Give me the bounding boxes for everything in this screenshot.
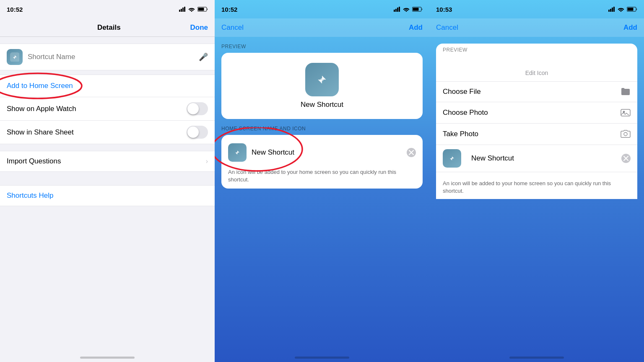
shortcuts-preview-icon-2 bbox=[312, 70, 332, 90]
camera-icon bbox=[621, 129, 631, 139]
battery-icon-3 bbox=[627, 7, 637, 12]
status-time-2: 10:52 bbox=[221, 6, 237, 13]
home-bar-2 bbox=[295, 357, 349, 359]
wifi-icon-1 bbox=[188, 7, 195, 12]
svg-point-16 bbox=[236, 152, 238, 153]
svg-rect-19 bbox=[610, 9, 611, 12]
apple-watch-label: Show on Apple Watch bbox=[7, 105, 76, 113]
add-button-2[interactable]: Add bbox=[409, 23, 423, 32]
hint-text-2: An icon will be added to your home scree… bbox=[228, 168, 416, 184]
shortcut-icon-box[interactable] bbox=[7, 49, 23, 65]
share-sheet-label: Show in Share Sheet bbox=[7, 128, 74, 137]
share-sheet-toggle[interactable] bbox=[187, 126, 208, 139]
signal-icon-2 bbox=[394, 7, 400, 12]
hint-text-3: An icon will be added to your home scree… bbox=[443, 180, 631, 195]
shortcut-name-field-2[interactable] bbox=[252, 148, 407, 157]
edit-icon-header: Edit Icon bbox=[436, 65, 637, 82]
choose-photo-row[interactable]: Choose Photo bbox=[436, 102, 637, 124]
share-sheet-row: Show in Share Sheet bbox=[0, 121, 215, 144]
edit-icon-sheet: Edit Icon Choose File Choose Photo Ta bbox=[436, 65, 637, 199]
add-button-3[interactable]: Add bbox=[623, 23, 637, 32]
status-bar-1: 10:52 bbox=[0, 0, 215, 18]
home-section-label-2: HOME SCREEN NAME AND ICON bbox=[221, 126, 423, 132]
panel-add-to-home: 10:52 Cancel Add PREVIEW New Shortcut bbox=[215, 0, 429, 362]
panel-details: 10:52 Details Done 🎤 bbox=[0, 0, 215, 362]
preview-section-2: PREVIEW New Shortcut bbox=[221, 44, 423, 126]
done-button[interactable]: Done bbox=[190, 23, 208, 32]
photo-icon bbox=[621, 108, 631, 117]
panel-1-content: 🎤 Add to Home Screen Show on Apple Watch… bbox=[0, 37, 215, 348]
home-bar-3 bbox=[509, 357, 564, 359]
svg-rect-0 bbox=[179, 10, 180, 12]
cancel-button-3[interactable]: Cancel bbox=[436, 23, 458, 32]
choose-file-label: Choose File bbox=[443, 88, 481, 96]
shortcuts-small-icon-3 bbox=[447, 153, 457, 163]
add-home-text: Add to Home Screen bbox=[7, 82, 73, 90]
svg-rect-9 bbox=[394, 10, 395, 12]
home-bar-1 bbox=[80, 357, 135, 359]
folder-icon bbox=[621, 88, 631, 96]
svg-rect-11 bbox=[397, 8, 398, 12]
signal-icon-3 bbox=[608, 7, 615, 12]
take-photo-label: Take Photo bbox=[443, 130, 478, 138]
svg-rect-18 bbox=[608, 10, 610, 12]
panel-3-content: PREVIEW Edit Icon Choose File Choose Pho… bbox=[429, 37, 644, 348]
status-icons-3 bbox=[608, 7, 637, 12]
clear-button-3[interactable] bbox=[621, 154, 631, 163]
svg-rect-3 bbox=[184, 7, 185, 12]
nav-bar-3: Cancel Add bbox=[429, 18, 644, 37]
hint-container-3: An icon will be added to your home scree… bbox=[436, 172, 637, 199]
shortcut-name-section: 🎤 bbox=[0, 44, 215, 70]
home-indicator-1 bbox=[0, 348, 215, 362]
panel-2-content: PREVIEW New Shortcut HOME SCREEN NAME AN… bbox=[215, 37, 429, 348]
status-bar-3: 10:53 bbox=[429, 0, 644, 18]
preview-card-2: New Shortcut bbox=[221, 53, 423, 119]
add-home-container: Add to Home Screen bbox=[0, 75, 215, 97]
choose-photo-label: Choose Photo bbox=[443, 109, 488, 117]
cancel-button-2[interactable]: Cancel bbox=[221, 23, 244, 32]
nav-title-1: Details bbox=[97, 23, 121, 32]
apple-watch-row: Show on Apple Watch bbox=[0, 97, 215, 121]
svg-rect-10 bbox=[395, 9, 397, 12]
svg-point-27 bbox=[451, 158, 453, 159]
name-icon-row-2 bbox=[228, 140, 416, 165]
wifi-icon-2 bbox=[403, 7, 410, 12]
add-home-row[interactable]: Add to Home Screen bbox=[0, 75, 215, 97]
signal-icon-1 bbox=[179, 7, 186, 12]
home-screen-section-2: HOME SCREEN NAME AND ICON An icon will b… bbox=[221, 126, 423, 189]
nav-bar-1: Details Done bbox=[0, 18, 215, 37]
nav-bar-2: Cancel Add bbox=[215, 18, 429, 37]
choose-file-row[interactable]: Choose File bbox=[436, 82, 637, 102]
chevron-icon: › bbox=[206, 158, 208, 165]
status-time-3: 10:53 bbox=[436, 6, 452, 13]
preview-shortcut-name-2: New Shortcut bbox=[301, 101, 343, 109]
svg-rect-20 bbox=[612, 8, 613, 12]
preview-icon-2 bbox=[305, 63, 339, 96]
shortcuts-help-section[interactable]: Shortcuts Help bbox=[0, 185, 215, 206]
svg-rect-1 bbox=[181, 9, 182, 12]
preview-label-2: PREVIEW bbox=[221, 44, 423, 49]
svg-point-26 bbox=[624, 132, 627, 136]
take-photo-row[interactable]: Take Photo bbox=[436, 124, 637, 145]
clear-button-2[interactable] bbox=[407, 148, 416, 157]
panel-edit-icon: 10:53 Cancel Add PREVIEW Edit Icon Choos… bbox=[429, 0, 644, 362]
svg-rect-21 bbox=[613, 7, 615, 12]
import-questions-label: Import Questions bbox=[7, 157, 61, 165]
small-shortcut-icon-2 bbox=[228, 143, 247, 162]
shortcut-name-field-3[interactable] bbox=[471, 154, 621, 163]
status-icons-1 bbox=[179, 7, 208, 12]
toggle-section: Show on Apple Watch Show in Share Sheet bbox=[0, 97, 215, 144]
clear-icon-3 bbox=[623, 156, 628, 161]
shortcut-name-input[interactable] bbox=[28, 53, 199, 61]
svg-rect-14 bbox=[413, 8, 419, 11]
shortcuts-small-icon-2 bbox=[232, 147, 242, 158]
status-time-1: 10:52 bbox=[7, 6, 23, 13]
svg-rect-12 bbox=[399, 7, 400, 12]
import-questions-row[interactable]: Import Questions › bbox=[0, 151, 215, 172]
home-indicator-3 bbox=[429, 348, 644, 362]
battery-icon-2 bbox=[412, 7, 423, 12]
apple-watch-toggle[interactable] bbox=[187, 102, 208, 115]
shortcut-name-row-3 bbox=[436, 145, 637, 172]
status-bar-2: 10:52 bbox=[215, 0, 429, 18]
shortcuts-icon bbox=[10, 52, 20, 62]
